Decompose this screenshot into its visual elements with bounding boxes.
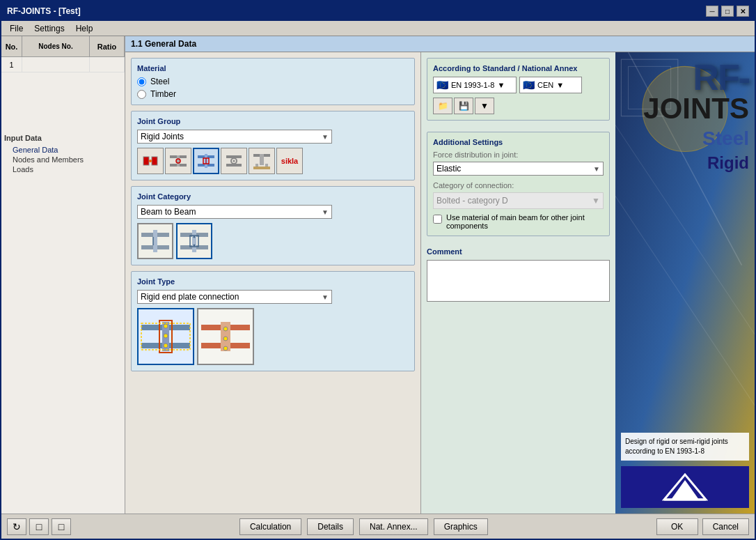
bottom-icon-1[interactable]: ↻ [7, 518, 26, 535]
left-nav: Input Data General Data Nodes and Member… [1, 128, 125, 180]
use-material-checkbox[interactable] [433, 215, 442, 224]
standard-folder-btn[interactable]: 📁 [433, 98, 452, 114]
nat-annex-button[interactable]: Nat. Annex... [359, 518, 428, 535]
bottom-center-buttons: Calculation Details Nat. Annex... Graphi… [239, 518, 488, 535]
radio-steel[interactable]: Steel [137, 77, 409, 86]
standard-dropdown[interactable]: 🇪🇺 EN 1993-1-8 ▼ [433, 77, 517, 93]
joint-group-value: Rigid Joints [141, 132, 184, 141]
use-material-checkbox-row[interactable]: Use material of main beam for other join… [433, 213, 604, 230]
joint-category-dropdown[interactable]: Beam to Beam ▼ [137, 205, 332, 219]
bottom-icon-3[interactable]: □ [52, 518, 71, 535]
joint-type-img-1[interactable] [137, 308, 194, 365]
bottom-right-buttons: OK Cancel [656, 518, 749, 535]
bottom-left-icons: ↻ □ □ [7, 518, 71, 535]
svg-point-47 [223, 346, 228, 350]
standard-filter-btn[interactable]: ▼ [475, 98, 494, 114]
comment-textarea[interactable] [427, 260, 610, 302]
svg-point-3 [149, 160, 152, 162]
joint-icon-beam-col[interactable] [165, 148, 191, 174]
brand-logo [621, 466, 749, 508]
panel-title: 1.1 General Data [125, 36, 755, 52]
svg-rect-18 [260, 154, 264, 165]
joint-icon-column-base[interactable] [249, 148, 275, 174]
joint-type-dropdown[interactable]: Rigid end plate connection ▼ [137, 290, 332, 304]
joint-category-arrow: ▼ [322, 208, 329, 216]
graphics-button[interactable]: Graphics [434, 518, 488, 535]
menu-settings[interactable]: Settings [29, 22, 70, 35]
svg-point-38 [164, 344, 168, 348]
nav-loads[interactable]: Loads [4, 164, 122, 174]
additional-settings-section: Additional Settings Force distribution i… [427, 132, 610, 236]
standard-toolbar: 📁 💾 ▼ [433, 98, 604, 114]
details-button[interactable]: Details [307, 518, 354, 535]
standard-save-btn[interactable]: 💾 [454, 98, 473, 114]
svg-rect-43 [229, 343, 250, 348]
window-title: RF-JOINTS - [Test] [7, 6, 81, 16]
menu-file[interactable]: File [4, 22, 29, 35]
joint-cat-img-2[interactable] [176, 223, 212, 259]
additional-settings-label: Additional Settings [433, 138, 604, 146]
svg-rect-20 [255, 164, 258, 167]
joint-type-value: Rigid end plate connection [141, 292, 239, 302]
joint-icon-sikla[interactable]: sikla [276, 148, 303, 174]
svg-rect-21 [265, 164, 268, 167]
nav-nodes-members[interactable]: Nodes and Members [4, 155, 122, 164]
svg-rect-42 [201, 343, 222, 348]
annex-value: CEN [537, 81, 553, 89]
svg-rect-19 [253, 167, 270, 169]
nav-general-data[interactable]: General Data [4, 145, 122, 155]
joint-category-label: Joint Category [137, 192, 409, 201]
radio-timber-input[interactable] [137, 90, 146, 99]
bottom-icon-2[interactable]: □ [29, 518, 49, 535]
brand-rf-text: RF- [693, 59, 749, 95]
brand-steel-text: Steel [702, 128, 749, 150]
maximize-button[interactable]: □ [721, 6, 734, 17]
svg-point-45 [223, 327, 228, 331]
close-button[interactable]: ✕ [737, 6, 749, 17]
joint-group-dropdown[interactable]: Rigid Joints ▼ [137, 130, 332, 144]
ok-button[interactable]: OK [656, 518, 698, 535]
sikla-label: sikla [281, 157, 298, 165]
radio-steel-input[interactable] [137, 77, 146, 86]
force-dist-label: Force distribution in joint: [433, 151, 604, 159]
brand-joints-text: JOINTS [643, 94, 749, 123]
use-material-label: Use material of main beam for other join… [446, 213, 604, 230]
right-column: According to Standard / National Annex 🇪… [420, 52, 615, 514]
joint-category-images [137, 223, 409, 259]
material-section: Material Steel Timber [131, 58, 415, 105]
cell-nodes [22, 57, 90, 72]
force-dist-dropdown[interactable]: Elastic ▼ [433, 162, 604, 176]
joint-icon-end-plate[interactable] [193, 148, 219, 174]
standard-flag: 🇪🇺 [436, 79, 448, 91]
menu-help[interactable]: Help [70, 22, 99, 35]
joint-icon-pinned[interactable] [221, 148, 247, 174]
calculation-button[interactable]: Calculation [239, 518, 301, 535]
standard-arrow: ▼ [497, 81, 505, 89]
category-conn-text: Bolted - category D [436, 196, 508, 206]
minimize-button[interactable]: ─ [706, 6, 718, 17]
standard-row: 🇪🇺 EN 1993-1-8 ▼ 🇪🇺 CEN ▼ [433, 77, 604, 93]
cancel-button[interactable]: Cancel [702, 518, 749, 535]
joint-type-label: Joint Type [137, 277, 409, 286]
radio-timber[interactable]: Timber [137, 89, 409, 99]
joint-type-section: Joint Type Rigid end plate connection ▼ [131, 271, 415, 371]
category-conn-value: Bolted - category D ▼ [433, 192, 604, 209]
joint-icon-welded[interactable] [137, 148, 164, 174]
svg-point-31 [194, 245, 196, 247]
svg-rect-24 [153, 230, 157, 252]
comment-section: Comment [427, 247, 610, 304]
col-nodes: Nodes No. [22, 36, 90, 56]
joint-group-label: Joint Group [137, 117, 409, 125]
cell-ratio [90, 57, 125, 72]
annex-flag: 🇪🇺 [523, 79, 535, 91]
svg-rect-0 [143, 157, 149, 165]
joint-type-img-2[interactable] [197, 308, 254, 365]
table-row[interactable]: 1 [1, 57, 125, 72]
brand-panel: RF- JOINTS Steel Rigid Design of rigid o… [615, 52, 755, 514]
joint-cat-img-1[interactable] [137, 223, 173, 259]
joint-group-section: Joint Group Rigid Joints ▼ [131, 111, 415, 180]
annex-dropdown[interactable]: 🇪🇺 CEN ▼ [519, 77, 582, 93]
col-no: No. [1, 36, 22, 56]
cell-no: 1 [1, 57, 22, 72]
radio-timber-label: Timber [150, 89, 176, 99]
